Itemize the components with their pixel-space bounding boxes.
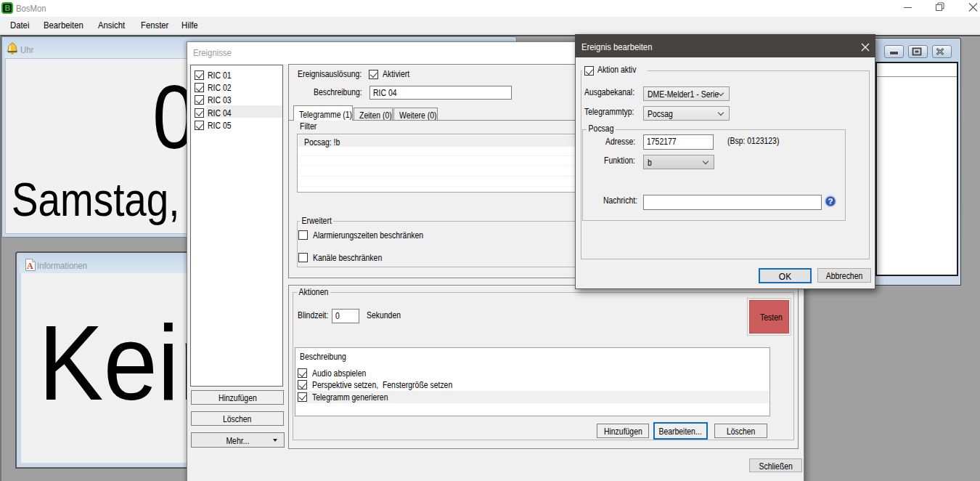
svg-text:?: ? <box>828 197 833 206</box>
svg-text:A: A <box>27 261 33 271</box>
